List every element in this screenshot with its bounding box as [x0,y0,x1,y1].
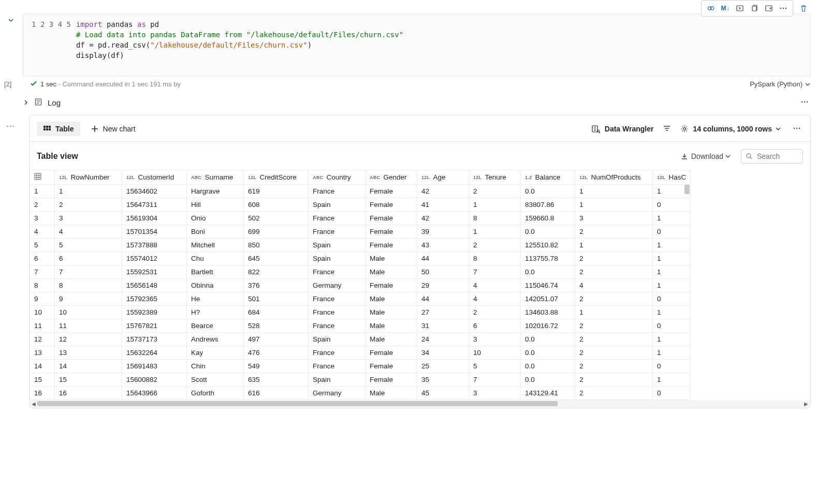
cell: 1 [575,198,653,212]
cell: 27 [417,306,469,319]
data-wrangler-button[interactable]: Data Wrangler [591,124,654,134]
vertical-scrollbar-thumb[interactable] [684,185,690,194]
table-row[interactable]: 3315619304Onio502FranceFemale428159660.8… [30,212,691,225]
expand-log-chevron-icon[interactable] [23,99,29,107]
log-label[interactable]: Log [48,98,61,107]
cell: Onio [187,212,244,225]
cell: 1 [653,265,691,279]
row-index: 7 [30,265,55,279]
cell: Female [366,212,417,225]
kernel-selector[interactable]: PySpark (Python) [750,80,811,88]
tab-table[interactable]: Table [37,122,80,136]
column-header[interactable]: 12LCustomerId [122,170,187,185]
cell: 0 [653,360,691,373]
cell: Male [366,265,417,279]
table-row[interactable]: 6615574012Chu645SpainMale448113755.7821 [30,252,691,265]
code-cell[interactable]: 1 2 3 4 5 import pandas as pd # Load dat… [23,13,811,77]
table-icon [43,125,51,133]
column-header[interactable]: ABCGender [366,170,417,185]
table-row[interactable]: 141415691483Chin549FranceFemale2550.020 [30,360,691,373]
row-index-header[interactable] [30,170,55,185]
results-panel: Inspect Table New chart Data Wrangler [29,115,811,408]
table-row[interactable]: 161615643966Goforth616GermanyMale4531431… [30,387,691,400]
column-count-dropdown[interactable]: 14 columns, 1000 rows [680,125,781,133]
cell: He [187,292,244,306]
cell: 43 [417,239,469,252]
cell: Female [366,185,417,198]
log-more-icon[interactable] [800,98,811,108]
svg-rect-3 [752,6,756,11]
cell: 0 [653,198,691,212]
cell: 2 [469,185,521,198]
filter-icon[interactable] [663,124,671,134]
column-header[interactable]: 1.2Balance [521,170,575,185]
table-row[interactable]: 111115767821Bearce528FranceMale316102016… [30,319,691,333]
data-table-scroll[interactable]: 12LRowNumber12LCustomerIdABCSurname12LCr… [30,170,810,408]
table-row[interactable]: 5515737888Mitchell850SpainFemale43212551… [30,239,691,252]
download-button[interactable]: Download [681,152,734,160]
row-index: 2 [30,198,55,212]
table-row[interactable]: 9915792365He501FranceMale444142051.0720 [30,292,691,306]
column-header[interactable]: 12LCreditScore [244,170,309,185]
table-row[interactable]: 121215737173Andrews497SpainMale2430.021 [30,333,691,346]
cell: Female [366,346,417,360]
code-body[interactable]: import pandas as pd # Load data into pan… [76,14,810,76]
cell: 15737888 [122,239,187,252]
row-index: 9 [30,292,55,306]
cell: France [309,212,366,225]
cell: 15767821 [122,319,187,333]
column-header[interactable]: 12LNumOfProducts [575,170,653,185]
svg-point-5 [780,8,781,9]
cell: 684 [244,306,309,319]
convert-to-markdown-button[interactable]: M↓ [718,2,733,15]
copy-icon[interactable] [747,2,762,15]
table-row[interactable]: 151515600882Scott635SpainFemale3570.021 [30,373,691,387]
table-row[interactable]: 1115634602Hargrave619FranceFemale4220.01… [30,185,691,198]
column-header[interactable]: 12LTenure [469,170,521,185]
tab-new-chart[interactable]: New chart [91,125,136,133]
cell: France [309,306,366,319]
table-row[interactable]: 131315632264Kay476FranceFemale34100.021 [30,346,691,360]
cell: 31 [417,319,469,333]
table-row[interactable]: 4415701354Boni699FranceFemale3910.020 [30,225,691,239]
more-icon[interactable] [776,2,791,15]
svg-rect-16 [46,128,48,130]
line-numbers: 1 2 3 4 5 [23,14,76,76]
cell: Chu [187,252,244,265]
table-row[interactable]: 101015592389H?684FranceMale272134603.881… [30,306,691,319]
results-more-icon[interactable] [791,124,803,134]
cell: Male [366,319,417,333]
attach-icon[interactable] [704,2,718,15]
cell: 822 [244,265,309,279]
cell: 41 [417,198,469,212]
row-index: 15 [30,373,55,387]
cell: 8 [469,252,521,265]
search-input[interactable] [741,149,803,164]
fold-cell-chevron-icon[interactable] [7,17,14,25]
insert-cell-icon[interactable] [733,2,747,15]
cell: 0.0 [521,346,575,360]
cell: 2 [575,346,653,360]
cell-menu-icon[interactable]: ⋯ [6,121,15,131]
delete-cell-icon[interactable] [796,2,811,15]
table-row[interactable]: 8815656148Obinna376GermanyFemale29411504… [30,279,691,292]
column-header[interactable]: ABCSurname [187,170,244,185]
cell: 45 [417,387,469,400]
cell: Male [366,306,417,319]
column-header[interactable]: ABCCountry [309,170,366,185]
cell: 2 [575,333,653,346]
scroll-right-icon[interactable]: ▶ [803,401,810,407]
column-header[interactable]: 12LAge [417,170,469,185]
cell: 125510.82 [521,239,575,252]
scroll-left-icon[interactable]: ◀ [30,401,37,407]
cell: 15656148 [122,279,187,292]
column-header[interactable]: 12LRowNumber [55,170,122,185]
cell: 2 [55,198,122,212]
move-cell-icon[interactable] [762,2,776,15]
column-header[interactable]: 12LHasC [653,170,691,185]
table-row[interactable]: 7715592531Bartlett822FranceMale5070.021 [30,265,691,279]
cell: 9 [55,292,122,306]
row-index: 3 [30,212,55,225]
table-row[interactable]: 2215647311Hill608SpainFemale41183807.861… [30,198,691,212]
horizontal-scrollbar[interactable]: ◀ ▶ [30,400,810,407]
